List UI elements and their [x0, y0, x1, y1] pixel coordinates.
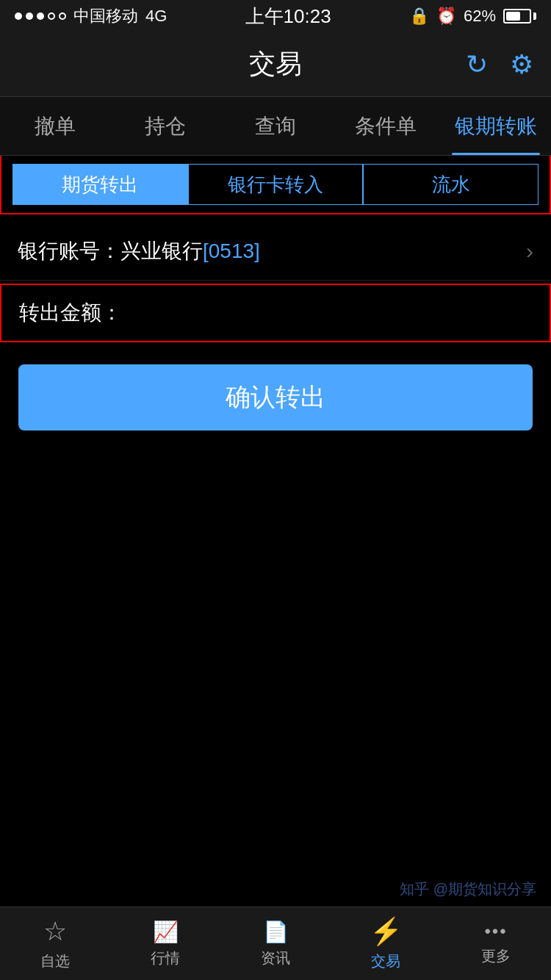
- sub-tab-flow[interactable]: 流水: [363, 164, 539, 205]
- confirm-button[interactable]: 确认转出: [18, 364, 533, 430]
- lightning-icon: ⚡: [370, 916, 403, 947]
- tab-查询[interactable]: 查询: [220, 97, 331, 155]
- main-content: 期货转出 银行卡转入 流水 银行账号：兴业银行[0513] › 转出金额： 确认…: [0, 156, 551, 655]
- more-icon: •••: [484, 921, 507, 942]
- nav-tabs: 撤单 持仓 查询 条件单 银期转账: [0, 97, 551, 156]
- status-bar: 中国移动 4G 上午10:23 🔒 ⏰ 62%: [0, 0, 551, 32]
- bank-account-text: 银行账号：兴业银行[0513]: [18, 237, 260, 265]
- sub-tab-futures-out[interactable]: 期货转出: [12, 164, 188, 205]
- bottom-nav-交易[interactable]: ⚡ 交易: [331, 907, 441, 980]
- header: 交易 ↻ ⚙: [0, 32, 551, 97]
- chevron-right-icon: ›: [526, 239, 533, 264]
- bottom-nav-label-资讯: 资讯: [261, 948, 290, 968]
- chart-icon: 📈: [153, 920, 179, 944]
- amount-input[interactable]: [122, 301, 532, 325]
- bottom-nav-label-自选: 自选: [40, 951, 70, 971]
- status-time: 上午10:23: [245, 4, 331, 29]
- bottom-nav-自选[interactable]: ☆ 自选: [0, 907, 110, 980]
- sub-tabs: 期货转出 银行卡转入 流水: [0, 156, 551, 215]
- battery-icon: [503, 9, 536, 24]
- amount-row: 转出金额：: [0, 284, 551, 342]
- tab-撤单[interactable]: 撤单: [0, 97, 110, 155]
- signal-dots: [15, 12, 66, 20]
- tab-银期转账[interactable]: 银期转账: [441, 97, 551, 155]
- settings-button[interactable]: ⚙: [510, 49, 533, 80]
- tab-条件单[interactable]: 条件单: [331, 97, 441, 155]
- lock-icon: 🔒: [409, 7, 429, 26]
- alarm-icon: ⏰: [436, 7, 456, 26]
- bottom-nav-label-更多: 更多: [481, 946, 511, 966]
- sub-tab-bank-in[interactable]: 银行卡转入: [188, 164, 364, 205]
- star-icon: ☆: [43, 916, 67, 947]
- bottom-nav-更多[interactable]: ••• 更多: [441, 907, 551, 980]
- header-actions: ↻ ⚙: [466, 49, 533, 80]
- tab-持仓[interactable]: 持仓: [110, 97, 220, 155]
- bottom-nav-资讯[interactable]: 📄 资讯: [220, 907, 331, 980]
- bottom-nav-行情[interactable]: 📈 行情: [110, 907, 220, 980]
- refresh-button[interactable]: ↻: [466, 49, 488, 80]
- watermark: 知乎 @期货知识分享: [400, 879, 536, 899]
- carrier-label: 中国移动: [73, 5, 138, 27]
- bottom-nav-label-交易: 交易: [371, 951, 400, 971]
- bank-account-row[interactable]: 银行账号：兴业银行[0513] ›: [0, 222, 551, 281]
- status-right: 🔒 ⏰ 62%: [409, 7, 536, 26]
- amount-label: 转出金额：: [19, 299, 122, 327]
- news-icon: 📄: [263, 920, 289, 944]
- page-title: 交易: [249, 46, 302, 82]
- battery-percent: 62%: [464, 7, 496, 26]
- network-label: 4G: [145, 7, 167, 26]
- status-left: 中国移动 4G: [15, 5, 167, 27]
- bottom-nav: ☆ 自选 📈 行情 📄 资讯 ⚡ 交易 ••• 更多: [0, 907, 551, 980]
- bottom-nav-label-行情: 行情: [151, 948, 180, 968]
